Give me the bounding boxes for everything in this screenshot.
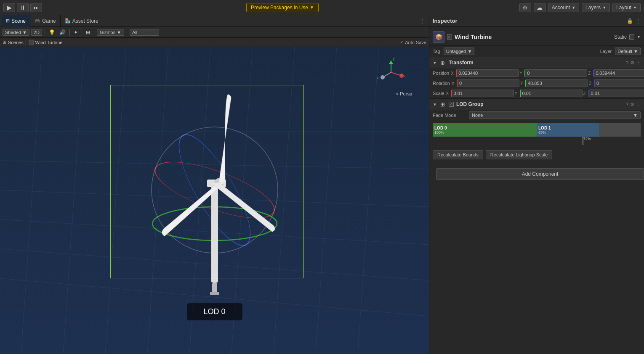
- transform-more-icon[interactable]: ⋮: [636, 60, 641, 66]
- svg-marker-25: [389, 61, 393, 64]
- tab-game[interactable]: 🎮 Game: [30, 15, 61, 27]
- autosave-toggle[interactable]: ✓ Auto Save: [400, 40, 426, 45]
- static-checkbox[interactable]: [629, 34, 634, 40]
- tag-dropdown[interactable]: Untagged ▼: [444, 48, 475, 55]
- position-x-input[interactable]: [456, 69, 519, 77]
- audio-toggle-button[interactable]: 🔊: [58, 29, 67, 35]
- wind-turbine-model: [143, 85, 286, 295]
- main-layout: ⊞ Scene 🎮 Game 🏪 Asset Store ⋮ Shaded ▼ …: [0, 15, 644, 354]
- shading-dropdown[interactable]: Shaded ▼: [3, 29, 29, 36]
- transform-settings-icon[interactable]: ⚙: [630, 60, 634, 66]
- shading-arrow-icon: ▼: [22, 30, 27, 35]
- position-z-input[interactable]: [593, 69, 644, 77]
- scene-tab-label: Scene: [11, 18, 26, 24]
- breadcrumb-object[interactable]: ⬛ Wind Turbine: [28, 40, 63, 45]
- pos-z-axis-label: Z: [588, 71, 592, 76]
- lod-settings-icon[interactable]: ⚙: [630, 102, 634, 107]
- lod-more-icon[interactable]: ⋮: [636, 102, 641, 107]
- lod-help-icon[interactable]: ?: [626, 102, 628, 107]
- lod-group-enabled-checkbox[interactable]: [449, 102, 454, 107]
- static-arrow-icon: ▼: [637, 35, 641, 39]
- rot-z-axis-label: Z: [589, 81, 593, 86]
- lod-group-component-header[interactable]: ▼ ⊞ LOD Group ? ⚙ ⋮: [429, 99, 644, 110]
- object-enabled-checkbox[interactable]: [447, 34, 452, 40]
- recalculate-bounds-button[interactable]: Recalculate Bounds: [433, 150, 483, 159]
- transform-component-header[interactable]: ▼ ⊕ Transform ? ⚙ ⋮: [429, 57, 644, 68]
- scale-label: Scale: [433, 91, 444, 96]
- fx-button[interactable]: ✦: [72, 29, 79, 35]
- top-bar: ▶ ⏸ ⏭ Preview Packages in Use ▼ ⚙ ☁ Acco…: [0, 0, 644, 15]
- fade-mode-row: Fade Mode None ▼: [429, 110, 644, 121]
- pause-button[interactable]: ⏸: [17, 3, 29, 12]
- rotation-y-input[interactable]: [525, 79, 588, 87]
- transform-component-buttons: ? ⚙ ⋮: [626, 60, 641, 66]
- breadcrumb-icon: ⊞: [3, 40, 6, 45]
- fade-mode-value: None: [472, 113, 483, 118]
- transform-component: ▼ ⊕ Transform ? ⚙ ⋮ Position X: [429, 57, 644, 99]
- viewport[interactable]: y x z < Persp LOD 0 🔍: [0, 47, 429, 354]
- account-button[interactable]: Account ▼: [548, 3, 579, 12]
- layer-label: Layer: [600, 49, 612, 54]
- lod1-bar[interactable]: LOD 1 65%: [537, 123, 599, 137]
- play-button[interactable]: ▶: [3, 3, 15, 12]
- layers-label: Layers: [585, 5, 601, 11]
- breadcrumb-scenes[interactable]: Scenes: [8, 40, 24, 45]
- layers-button[interactable]: Layers ▼: [582, 3, 610, 12]
- tabs-more-button[interactable]: ⋮: [417, 18, 427, 24]
- layer-dropdown[interactable]: Default ▼: [615, 48, 641, 55]
- lod-group-chevron-icon: ▼: [433, 102, 437, 107]
- lod-marker-label: 72%: [583, 137, 591, 141]
- persp-label: < Persp: [396, 91, 412, 96]
- lod-group-component-buttons: ? ⚙ ⋮: [626, 102, 641, 107]
- search-input[interactable]: [130, 29, 159, 36]
- lod-label: LOD 0: [186, 303, 242, 320]
- lod-group-component: ▼ ⊞ LOD Group ? ⚙ ⋮ Fade Mode None ▼: [429, 99, 644, 162]
- add-component-button[interactable]: Add Component: [436, 168, 644, 180]
- rotation-y-field: Y: [520, 79, 588, 87]
- services-icon-button[interactable]: ⚙: [519, 3, 531, 12]
- rotation-z-input[interactable]: [594, 79, 644, 87]
- position-x-field: X: [451, 69, 519, 77]
- gizmos-dropdown[interactable]: Gizmos ▼: [97, 29, 124, 36]
- transform-help-icon[interactable]: ?: [626, 60, 628, 66]
- position-y-input[interactable]: [524, 69, 587, 77]
- breadcrumb: ⊞ Scenes | ⬛ Wind Turbine ✓ Auto Save: [0, 38, 429, 47]
- toolbar-sep-5: [127, 29, 127, 36]
- rot-x-axis-label: X: [452, 81, 456, 86]
- recalculate-lightmap-button[interactable]: Recalculate Lightmap Scale: [486, 150, 552, 159]
- asset-store-tab-label: Asset Store: [72, 18, 98, 24]
- lod0-bar[interactable]: LOD 0 100%: [433, 123, 537, 137]
- lock-icon[interactable]: 🔒: [627, 18, 633, 24]
- fade-mode-dropdown[interactable]: None ▼: [469, 111, 641, 119]
- object-header: 📦 Wind Turbine Static ▼: [429, 29, 644, 46]
- scale-z-field: Z: [583, 90, 644, 97]
- lod-culled-bar: [599, 123, 641, 137]
- light-toggle-button[interactable]: 💡: [48, 29, 56, 35]
- lod-bar-container: LOD 0 100% LOD 1 65%: [433, 123, 641, 137]
- collab-icon-button[interactable]: ☁: [534, 3, 546, 12]
- position-fields: X Y Z: [451, 69, 644, 77]
- scale-x-input[interactable]: [451, 90, 514, 97]
- inspector-header: Inspector 🔒 ⋮: [429, 15, 644, 27]
- scale-z-input[interactable]: [588, 90, 644, 97]
- layers-grid-button[interactable]: ⊞: [85, 29, 91, 35]
- scale-y-input[interactable]: [520, 90, 583, 97]
- tab-asset-store[interactable]: 🏪 Asset Store: [61, 15, 103, 27]
- preview-packages-button[interactable]: Preview Packages in Use ▼: [246, 3, 319, 12]
- position-row: Position X Y Z: [429, 68, 644, 78]
- orientation-gizmo[interactable]: y x z: [374, 55, 408, 89]
- inspector-header-icons: 🔒 ⋮: [627, 18, 641, 24]
- autosave-label: Auto Save: [405, 40, 426, 45]
- svg-text:z: z: [377, 76, 379, 80]
- 2d-toggle[interactable]: 2D: [31, 29, 42, 36]
- autosave-check-icon: ✓: [400, 40, 404, 45]
- 2d-label: 2D: [34, 30, 40, 35]
- lod0-label: LOD 0: [434, 126, 535, 130]
- rotation-x-input[interactable]: [457, 79, 519, 87]
- step-button[interactable]: ⏭: [30, 3, 42, 12]
- tab-scene[interactable]: ⊞ Scene: [2, 15, 30, 27]
- layout-button[interactable]: Layout ▼: [612, 3, 641, 12]
- more-icon[interactable]: ⋮: [636, 18, 641, 24]
- toolbar-sep-1: [45, 29, 45, 36]
- rotation-label: Rotation: [433, 81, 450, 86]
